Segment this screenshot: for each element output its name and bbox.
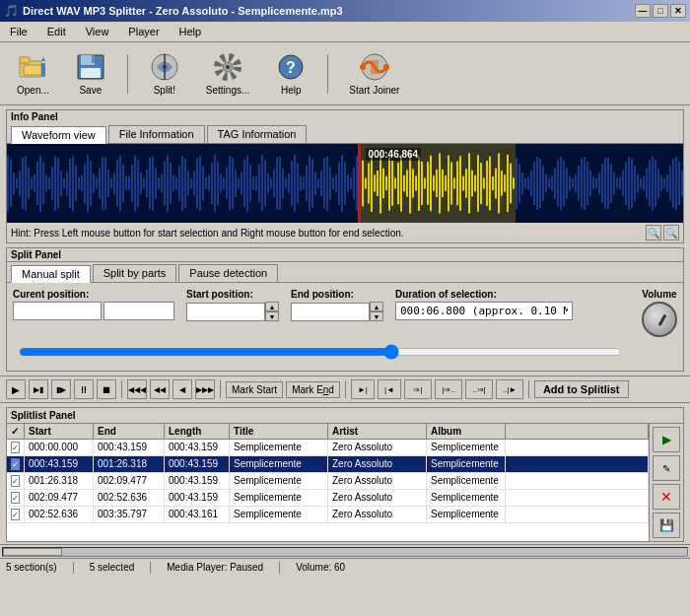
zoom-in-button[interactable]: 🔍 (646, 225, 661, 240)
nav-button-5[interactable]: ..⇒| (465, 379, 493, 399)
edit-icon: ✎ (662, 463, 670, 474)
table-row[interactable]: ✓ 002:52.636 003:35.797 000:43.161 Sempl… (7, 507, 649, 523)
end-position-input[interactable]: 000:49.704 (291, 303, 370, 321)
settings-label: Settings... (206, 85, 249, 96)
open-button[interactable]: Open... (8, 46, 58, 101)
nav-button-3[interactable]: ⇒| (404, 379, 432, 399)
row1-album: Semplicemente (427, 440, 506, 455)
save-label: Save (79, 85, 102, 96)
tab-split-by-parts[interactable]: Split by parts (93, 264, 177, 282)
split-panel: Split Panel Manual split Split by parts … (6, 247, 684, 372)
mark-end-button[interactable]: Mark End (286, 381, 340, 398)
row2-artist: Zero Assoluto (328, 456, 427, 472)
tab-tag-information[interactable]: TAG Information (207, 125, 308, 143)
row3-check: ✓ (7, 473, 25, 489)
horizontal-scrollbar[interactable] (0, 544, 690, 558)
row4-title: Semplicemente (230, 490, 328, 506)
menu-view[interactable]: View (80, 24, 115, 39)
row4-check: ✓ (7, 490, 25, 506)
menu-edit[interactable]: Edit (41, 24, 72, 39)
splitlist-save-button[interactable]: 💾 (653, 513, 680, 538)
delete-icon: ✕ (660, 489, 672, 505)
position-offset-input[interactable]: +000:03.960 (104, 302, 174, 320)
status-sep-3 (279, 562, 280, 574)
zoom-out-button[interactable]: 🔍 (663, 225, 679, 240)
row1-start: 000:00.000 (25, 440, 94, 455)
table-row[interactable]: ✓ 000:00.000 000:43.159 000:43.159 Sempl… (7, 440, 649, 456)
tab-file-information[interactable]: File Information (108, 125, 205, 143)
help-button[interactable]: ? Help (266, 46, 315, 101)
splitlist-table: ✓ Start End Length Title Artist Album ✓ … (7, 424, 649, 541)
scrollbar-track[interactable] (2, 547, 688, 557)
table-row[interactable]: ✓ 001:26.318 002:09.477 000:43.159 Sempl… (7, 473, 649, 490)
play-button[interactable]: ▶ (6, 379, 26, 399)
tab-pause-detection[interactable]: Pause detection (178, 264, 278, 282)
splitlist-edit-button[interactable]: ✎ (653, 455, 680, 481)
duration-input[interactable] (395, 302, 573, 320)
add-to-splitlist-button[interactable]: Add to Splitlist (534, 380, 629, 398)
skip-back-2-button[interactable]: ◀◀ (150, 379, 170, 399)
end-position-spinner: 000:49.704 ▲ ▼ (291, 302, 383, 321)
nav-button-1[interactable]: ►| (351, 379, 375, 399)
play-icon: ▶ (662, 433, 671, 446)
table-row[interactable]: ✓ 002:09.477 002:52.636 000:43.159 Sempl… (7, 490, 649, 507)
settings-button[interactable]: Settings... (197, 46, 258, 101)
mark-start-button[interactable]: Mark Start (226, 381, 283, 398)
svg-point-18 (360, 64, 366, 70)
info-panel-tabs: Waveform view File Information TAG Infor… (7, 123, 683, 143)
window-title: Direct WAV MP3 Splitter - Zero Assoluto … (23, 5, 343, 17)
end-position-up[interactable]: ▲ (370, 302, 383, 311)
split-button[interactable]: Split! (140, 46, 189, 101)
stop-button[interactable]: ⏹ (97, 379, 116, 399)
end-position-down[interactable]: ▼ (370, 311, 383, 321)
skip-back-1-button[interactable]: ◀ (172, 379, 192, 399)
scrollbar-thumb[interactable] (3, 548, 62, 556)
nav-button-2[interactable]: |◄ (378, 379, 401, 399)
split-panel-label: Split Panel (7, 248, 683, 262)
row5-end: 003:35.797 (94, 507, 165, 522)
position-slider[interactable] (19, 343, 622, 361)
save-disk-icon: 💾 (659, 518, 674, 532)
tab-manual-split[interactable]: Manual split (11, 265, 91, 283)
start-position-input[interactable]: 000:42.904 (186, 303, 265, 321)
help-label: Help (281, 85, 302, 96)
close-button[interactable]: ✕ (670, 4, 686, 18)
menu-help[interactable]: Help (173, 24, 208, 39)
help-icon: ? (275, 51, 307, 83)
row3-title: Semplicemente (230, 473, 328, 489)
play-end-button[interactable]: ▮▶ (51, 379, 71, 399)
transport-sep-1 (121, 380, 122, 398)
current-position-group: Curent position: 000:46.864 +000:03.960 (13, 289, 174, 320)
start-joiner-button[interactable]: Start Joiner (340, 46, 408, 101)
start-position-label: Start position: (186, 289, 279, 300)
col-title: Title (230, 424, 328, 439)
minimize-button[interactable]: — (635, 4, 651, 18)
row4-artist: Zero Assoluto (328, 490, 427, 506)
col-album: Album (427, 424, 506, 439)
row2-length: 000:43.159 (165, 456, 230, 472)
info-panel-label: Info Panel (7, 110, 683, 123)
skip-back-3-button[interactable]: ◀◀◀ (127, 379, 147, 399)
row2-album: Semplicemente (427, 456, 506, 472)
tab-waveform-view[interactable]: Waveform view (11, 126, 106, 144)
current-position-input[interactable]: 000:46.864 (13, 302, 102, 320)
save-button[interactable]: Save (66, 46, 115, 101)
play-sel-button[interactable]: ▶▮ (29, 379, 48, 399)
menu-file[interactable]: File (4, 24, 34, 39)
start-position-up[interactable]: ▲ (265, 302, 279, 311)
nav-button-6[interactable]: ..|► (496, 379, 523, 399)
nav-button-4[interactable]: |⇒.. (435, 379, 462, 399)
maximize-button[interactable]: □ (653, 4, 668, 18)
row1-extra (506, 440, 649, 455)
table-row[interactable]: ✓ 000:43.159 001:26.318 000:43.159 Sempl… (7, 456, 649, 473)
table-header: ✓ Start End Length Title Artist Album (7, 424, 649, 440)
menu-player[interactable]: Player (122, 24, 165, 39)
skip-fwd-3-button[interactable]: ▶▶▶ (195, 379, 215, 399)
pause-button[interactable]: ⏸ (74, 379, 94, 399)
start-position-down[interactable]: ▼ (265, 311, 279, 321)
volume-knob[interactable] (642, 302, 677, 337)
svg-rect-7 (92, 55, 95, 63)
splitlist-delete-button[interactable]: ✕ (653, 484, 680, 510)
splitlist-play-button[interactable]: ▶ (653, 427, 680, 452)
waveform-display[interactable]: 000:46.864 (7, 144, 683, 223)
